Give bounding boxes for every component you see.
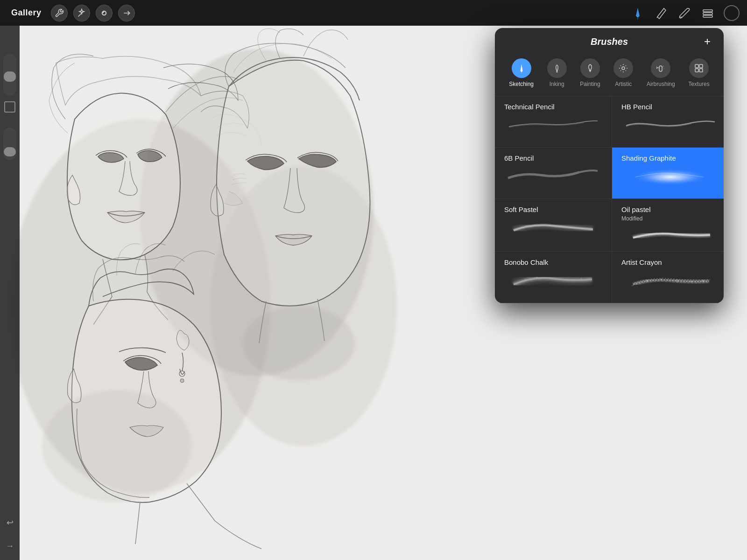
brush-stroke-artist-crayon bbox=[621, 268, 719, 289]
brushes-panel: Brushes + Sketching Inking bbox=[495, 28, 724, 303]
magic-wand-button[interactable] bbox=[73, 5, 90, 21]
add-brush-button[interactable]: + bbox=[700, 35, 714, 49]
brush-size-handle[interactable] bbox=[4, 71, 16, 82]
svg-point-19 bbox=[663, 65, 664, 66]
brush-item-shading-graphite[interactable]: Shading Graphite bbox=[612, 148, 724, 199]
category-tabs: Sketching Inking Painting bbox=[495, 52, 724, 96]
color-swatch[interactable] bbox=[4, 101, 15, 113]
tab-textures[interactable]: Textures bbox=[684, 56, 714, 90]
artistic-icon-wrap bbox=[613, 58, 633, 78]
tab-inking-label: Inking bbox=[550, 81, 564, 87]
opacity-handle[interactable] bbox=[4, 147, 16, 156]
svg-point-14 bbox=[589, 71, 591, 72]
tab-airbrushing[interactable]: Airbrushing bbox=[642, 56, 680, 90]
sketching-icon-wrap bbox=[512, 58, 531, 78]
brush-stroke-6b-pencil bbox=[504, 164, 602, 185]
brush-item-hb-pencil[interactable]: HB Pencil bbox=[612, 96, 724, 148]
pencil-tool-button[interactable] bbox=[654, 6, 669, 21]
panel-title: Brushes bbox=[591, 36, 628, 47]
svg-rect-2 bbox=[703, 10, 712, 12]
tab-textures-label: Textures bbox=[688, 81, 709, 87]
color-picker-button[interactable] bbox=[724, 5, 740, 21]
brush-name-bonobo-chalk: Bonobo Chalk bbox=[504, 258, 602, 266]
tab-artistic[interactable]: Artistic bbox=[609, 56, 638, 90]
textures-icon bbox=[694, 63, 704, 73]
svg-point-15 bbox=[622, 67, 625, 70]
brush-stroke-oil-pastel bbox=[621, 226, 719, 247]
brush-grid: Technical Pencil HB Pencil 6B Pencil bbox=[495, 96, 724, 303]
svg-point-10 bbox=[180, 379, 184, 383]
svg-point-34 bbox=[702, 280, 705, 282]
brush-stroke-soft-pastel bbox=[504, 215, 602, 236]
layers-button[interactable] bbox=[700, 6, 715, 21]
brush-name-shading-graphite: Shading Graphite bbox=[621, 154, 719, 162]
svg-rect-16 bbox=[659, 66, 662, 71]
brush-tool-button[interactable] bbox=[677, 6, 692, 21]
tab-airbrushing-label: Airbrushing bbox=[647, 81, 675, 87]
artistic-icon bbox=[618, 63, 628, 73]
brush-name-hb-pencil: HB Pencil bbox=[621, 103, 719, 111]
svg-point-32 bbox=[676, 279, 679, 282]
svg-point-26 bbox=[536, 277, 538, 278]
redo-button[interactable]: → bbox=[3, 539, 17, 553]
textures-icon-wrap bbox=[689, 58, 709, 78]
svg-point-31 bbox=[660, 278, 662, 280]
tab-painting-label: Painting bbox=[580, 81, 600, 87]
brush-stroke-shading-graphite bbox=[621, 164, 719, 185]
tab-painting[interactable]: Painting bbox=[575, 56, 605, 90]
tab-sketching[interactable]: Sketching bbox=[504, 56, 538, 90]
svg-point-11 bbox=[243, 306, 355, 381]
brush-name-6b-pencil: 6B Pencil bbox=[504, 154, 602, 162]
brush-stroke-bonobo-chalk bbox=[504, 268, 602, 289]
brush-item-artist-crayon[interactable]: Artist Crayon bbox=[612, 252, 724, 303]
svg-point-29 bbox=[580, 278, 582, 280]
svg-point-13 bbox=[556, 71, 558, 73]
toolbar: Gallery bbox=[0, 0, 747, 26]
inking-icon bbox=[552, 63, 562, 73]
brush-name-oil-pastel: Oil pastel bbox=[621, 206, 719, 213]
opacity-slider[interactable] bbox=[3, 128, 16, 160]
selection-button[interactable] bbox=[96, 5, 113, 21]
airbrushing-icon-wrap bbox=[651, 58, 670, 78]
svg-rect-22 bbox=[695, 69, 698, 72]
tab-sketching-label: Sketching bbox=[509, 81, 534, 87]
svg-rect-3 bbox=[703, 13, 712, 14]
inking-icon-wrap bbox=[547, 58, 567, 78]
pen-tool-button[interactable] bbox=[630, 6, 645, 21]
brush-item-bonobo-chalk[interactable]: Bonobo Chalk bbox=[495, 252, 612, 303]
toolbar-right bbox=[630, 5, 740, 21]
svg-point-25 bbox=[524, 279, 526, 281]
transform-button[interactable] bbox=[118, 5, 135, 21]
brush-item-technical-pencil[interactable]: Technical Pencil bbox=[495, 96, 612, 148]
left-sidebar: ↩ → bbox=[0, 26, 20, 560]
svg-point-30 bbox=[646, 280, 648, 282]
painting-icon bbox=[585, 63, 595, 73]
svg-rect-23 bbox=[699, 69, 703, 72]
brush-name-soft-pastel: Soft Pastel bbox=[504, 206, 602, 213]
gallery-button[interactable]: Gallery bbox=[7, 6, 45, 20]
svg-rect-4 bbox=[703, 15, 712, 17]
svg-point-17 bbox=[662, 66, 663, 67]
wrench-button[interactable] bbox=[51, 5, 68, 21]
svg-point-24 bbox=[633, 169, 708, 185]
brush-name-artist-crayon: Artist Crayon bbox=[621, 258, 719, 266]
sketching-icon bbox=[516, 63, 527, 73]
svg-rect-20 bbox=[695, 64, 698, 68]
svg-point-18 bbox=[663, 68, 664, 69]
undo-button[interactable]: ↩ bbox=[3, 516, 17, 530]
panel-header: Brushes + bbox=[495, 28, 724, 52]
svg-point-27 bbox=[550, 277, 552, 279]
brush-item-soft-pastel[interactable]: Soft Pastel bbox=[495, 199, 612, 252]
svg-point-12 bbox=[42, 390, 191, 502]
svg-rect-21 bbox=[699, 64, 703, 68]
brush-item-6b-pencil[interactable]: 6B Pencil bbox=[495, 148, 612, 199]
brush-item-oil-pastel[interactable]: Oil pastel Modified bbox=[612, 199, 724, 252]
painting-icon-wrap bbox=[580, 58, 600, 78]
brush-size-slider[interactable] bbox=[3, 54, 16, 96]
svg-point-28 bbox=[567, 280, 568, 281]
brush-stroke-hb-pencil bbox=[621, 113, 719, 134]
tab-inking[interactable]: Inking bbox=[543, 56, 571, 90]
brush-sub-oil-pastel: Modified bbox=[621, 215, 719, 222]
airbrushing-icon bbox=[655, 63, 666, 73]
svg-line-0 bbox=[78, 12, 83, 16]
